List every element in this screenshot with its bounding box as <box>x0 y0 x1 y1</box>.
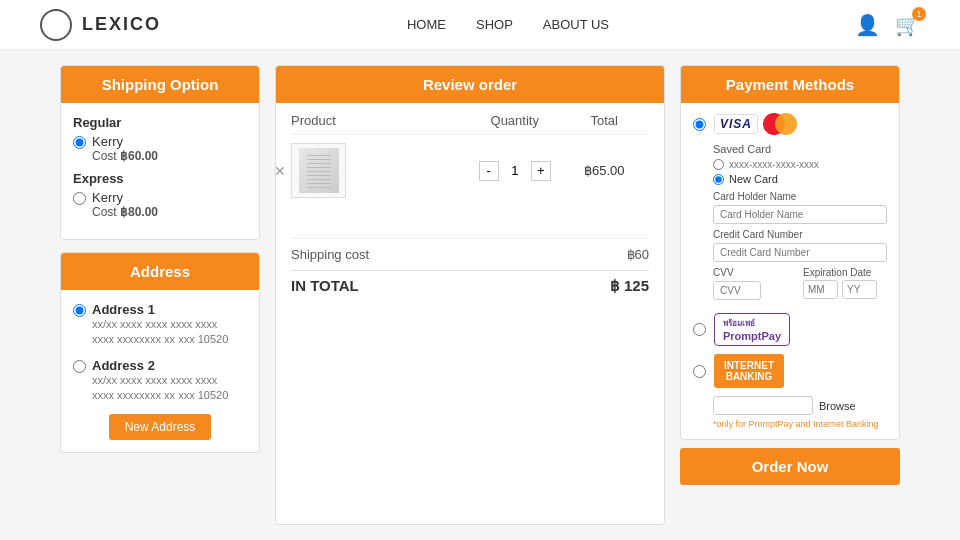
shipping-express-label: Express <box>73 171 247 186</box>
delete-icon[interactable]: ✕ <box>274 163 286 179</box>
left-column: Shipping Option Regular Kerry Cost ฿60.0… <box>60 65 260 525</box>
shipping-regular-option: Kerry Cost ฿60.00 <box>73 134 247 163</box>
promptpay-text-block: พร้อมเพย์ PromptPay <box>723 317 781 342</box>
payment-promptpay-radio[interactable] <box>693 323 706 336</box>
product-cell: ✕ <box>291 143 470 198</box>
shipping-regular-label: Regular <box>73 115 247 130</box>
nav-home[interactable]: HOME <box>407 17 446 32</box>
review-header: Review order <box>276 66 664 103</box>
shipping-body: Regular Kerry Cost ฿60.00 Express <box>61 103 259 239</box>
address-1-details: Address 1 xx/xx xxxx xxxx xxxx xxxx xxxx… <box>92 302 228 348</box>
payment-ibanking-radio[interactable] <box>693 365 706 378</box>
exp-mm-input[interactable] <box>803 280 838 299</box>
address-2-label: Address 2 <box>92 358 228 373</box>
shipping-panel: Shipping Option Regular Kerry Cost ฿60.0… <box>60 65 260 240</box>
col-total: Total <box>560 113 650 128</box>
order-summary: Shipping cost ฿60 IN TOTAL ฿ 125 <box>291 238 649 301</box>
shipping-regular: Regular Kerry Cost ฿60.00 <box>73 115 247 163</box>
shipping-regular-details: Kerry Cost ฿60.00 <box>92 134 158 163</box>
address-1-line1: xx/xx xxxx xxxx xxxx xxxx <box>92 317 228 332</box>
card-number-input[interactable] <box>713 243 887 262</box>
address-option-2: Address 2 xx/xx xxxx xxxx xxxx xxxx xxxx… <box>73 358 247 404</box>
exp-field: Expiration Date <box>803 267 887 305</box>
item-total: ฿65.00 <box>560 163 650 178</box>
review-body: Product Quantity Total ✕ - 1 + <box>276 103 664 311</box>
shipping-header: Shipping Option <box>61 66 259 103</box>
qty-value: 1 <box>505 163 525 178</box>
payment-panel: Payment Methods VISA Saved Card <box>680 65 900 440</box>
shipping-express-carrier: Kerry <box>92 190 158 205</box>
payment-ibanking-row: INTERNETBANKING <box>693 354 887 388</box>
shipping-cost-value: ฿60 <box>627 247 649 262</box>
visa-logo: VISA <box>714 114 758 134</box>
shipping-cost-label: Shipping cost <box>291 247 369 262</box>
mc-circle-orange <box>775 113 797 135</box>
payment-header: Payment Methods <box>681 66 899 103</box>
right-column: Payment Methods VISA Saved Card <box>680 65 900 525</box>
address-2-radio[interactable] <box>73 360 86 373</box>
new-card-option: New Card <box>713 173 887 185</box>
cvv-field: CVV <box>713 267 797 305</box>
cvv-label: CVV <box>713 267 797 278</box>
shipping-regular-carrier: Kerry <box>92 134 158 149</box>
saved-card-number: xxxx-xxxx-xxxx-xxxx <box>729 159 819 170</box>
saved-card-option: xxxx-xxxx-xxxx-xxxx <box>713 159 887 170</box>
header-icons: 👤 🛒 1 <box>855 13 920 37</box>
shipping-express-option: Kerry Cost ฿80.00 <box>73 190 247 219</box>
promptpay-logo: พร้อมเพย์ PromptPay <box>714 313 790 346</box>
card-logos: VISA <box>714 113 797 135</box>
holder-name-label: Card Holder Name <box>713 191 887 202</box>
shipping-express-details: Kerry Cost ฿80.00 <box>92 190 158 219</box>
logo-text: LEXICO <box>82 14 161 35</box>
shipping-express-cost: Cost ฿80.00 <box>92 205 158 219</box>
middle-column: Review order Product Quantity Total ✕ <box>275 65 665 525</box>
exp-yy-input[interactable] <box>842 280 877 299</box>
product-thumbnail: ✕ <box>291 143 346 198</box>
saved-card-label: Saved Card <box>713 143 887 155</box>
cart-icon-wrap[interactable]: 🛒 1 <box>895 13 920 37</box>
new-card-radio[interactable] <box>713 174 724 185</box>
payment-body: VISA Saved Card xxxx-xxxx-xxxx-xxxx <box>681 103 899 439</box>
saved-card-section: Saved Card xxxx-xxxx-xxxx-xxxx New Card <box>713 143 887 185</box>
review-panel: Review order Product Quantity Total ✕ <box>275 65 665 525</box>
logo-circle <box>40 9 72 41</box>
internet-banking-button[interactable]: INTERNETBANKING <box>714 354 784 388</box>
total-value: ฿ 125 <box>610 277 649 295</box>
holder-name-input[interactable] <box>713 205 887 224</box>
card-form: Card Holder Name Credit Card Number CVV … <box>713 191 887 305</box>
product-image <box>299 148 339 193</box>
shipping-regular-radio[interactable] <box>73 136 86 149</box>
saved-card-radio[interactable] <box>713 159 724 170</box>
payment-card-row: VISA <box>693 113 887 135</box>
total-row: IN TOTAL ฿ 125 <box>291 270 649 301</box>
shipping-cost-row: Shipping cost ฿60 <box>291 238 649 270</box>
order-now-button[interactable]: Order Now <box>680 448 900 485</box>
cvv-input[interactable] <box>713 281 761 300</box>
shipping-express: Express Kerry Cost ฿80.00 <box>73 171 247 219</box>
shipping-express-radio[interactable] <box>73 192 86 205</box>
logo-area: LEXICO <box>40 9 161 41</box>
payment-promptpay-row: พร้อมเพย์ PromptPay <box>693 313 887 346</box>
qty-plus-button[interactable]: + <box>531 161 551 181</box>
qty-minus-button[interactable]: - <box>479 161 499 181</box>
nav-shop[interactable]: SHOP <box>476 17 513 32</box>
address-1-radio[interactable] <box>73 304 86 317</box>
cart-badge: 1 <box>912 7 926 21</box>
browse-button[interactable]: Browse <box>819 400 856 412</box>
main-nav: HOME SHOP ABOUT US <box>407 17 609 32</box>
address-2-details: Address 2 xx/xx xxxx xxxx xxxx xxxx xxxx… <box>92 358 228 404</box>
payment-card-radio[interactable] <box>693 118 706 131</box>
header: LEXICO HOME SHOP ABOUT US 👤 🛒 1 <box>0 0 960 50</box>
address-1-line2: xxxx xxxxxxxx xx xxx 10520 <box>92 332 228 347</box>
user-icon[interactable]: 👤 <box>855 13 880 37</box>
col-quantity: Quantity <box>470 113 560 128</box>
new-address-button[interactable]: New Address <box>109 414 212 440</box>
file-input[interactable] <box>713 396 813 415</box>
exp-inputs <box>803 280 887 299</box>
address-panel: Address Address 1 xx/xx xxxx xxxx xxxx x… <box>60 252 260 453</box>
address-2-line2: xxxx xxxxxxxx xx xxx 10520 <box>92 388 228 403</box>
quantity-control: - 1 + <box>470 161 560 181</box>
review-table-header: Product Quantity Total <box>291 113 649 135</box>
nav-about[interactable]: ABOUT US <box>543 17 609 32</box>
payment-note: *only for PromptPay and Internet Banking <box>713 419 887 429</box>
